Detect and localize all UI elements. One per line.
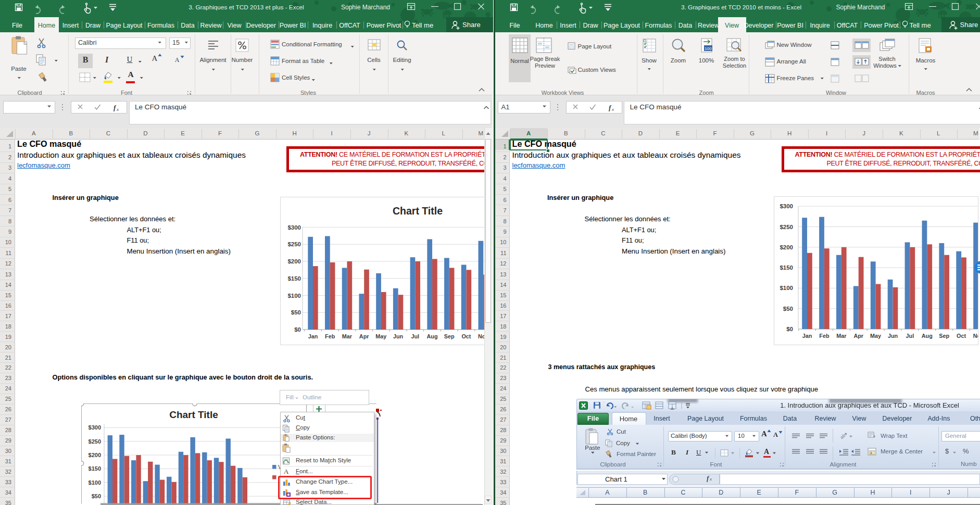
svg-text:$100: $100 bbox=[89, 479, 101, 486]
svg-text:100: 100 bbox=[705, 46, 712, 51]
svg-text:$150: $150 bbox=[89, 465, 101, 472]
svg-text:Chart Title: Chart Title bbox=[169, 409, 218, 420]
svg-text:x: x bbox=[611, 107, 614, 112]
svg-text:x: x bbox=[116, 107, 119, 112]
svg-text:$250: $250 bbox=[89, 438, 101, 445]
svg-text:$300: $300 bbox=[89, 424, 101, 431]
svg-text:ab: ab bbox=[839, 433, 846, 440]
svg-text:a: a bbox=[870, 451, 872, 455]
svg-text:$50: $50 bbox=[92, 493, 101, 499]
svg-text:$200: $200 bbox=[89, 452, 101, 458]
